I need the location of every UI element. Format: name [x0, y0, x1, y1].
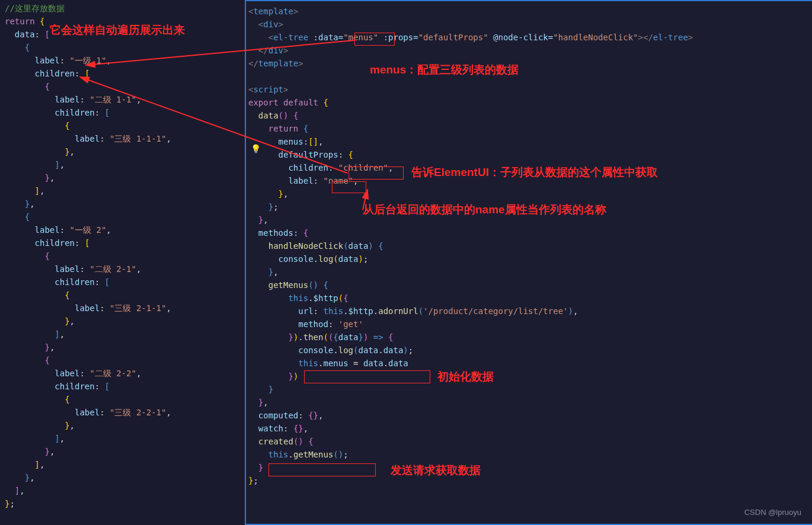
editor-split-view: //这里存放数据 return { data: [ { label: "一级 1… — [0, 0, 812, 525]
left-code[interactable]: //这里存放数据 return { data: [ { label: "一级 1… — [5, 2, 245, 510]
left-code-pane[interactable]: //这里存放数据 return { data: [ { label: "一级 1… — [0, 0, 245, 525]
right-code[interactable]: <template> <div> <el-tree :data="menus" … — [248, 5, 812, 487]
right-code-pane[interactable]: 💡 <template> <div> <el-tree :data="menus… — [245, 0, 812, 525]
watermark: CSDN @lpruoyu — [744, 506, 801, 519]
lightbulb-icon[interactable]: 💡 — [251, 142, 261, 155]
